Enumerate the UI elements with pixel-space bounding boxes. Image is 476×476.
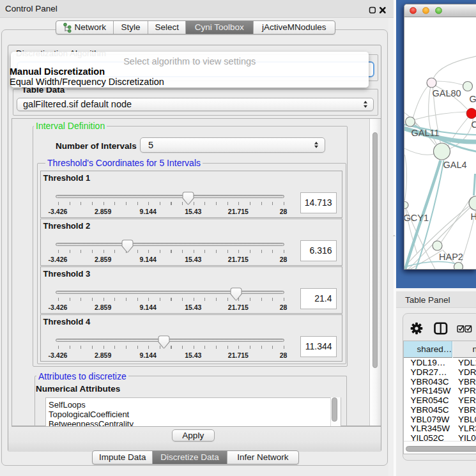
svg-text:H: H xyxy=(470,211,476,222)
svg-text:HAP2: HAP2 xyxy=(439,252,463,262)
svg-text:GAL11: GAL11 xyxy=(411,128,439,138)
svg-text:GAL4: GAL4 xyxy=(443,160,466,170)
svg-text:GCY1: GCY1 xyxy=(404,213,429,223)
svg-text:CY: CY xyxy=(471,119,476,130)
svg-text:GAL80: GAL80 xyxy=(432,88,461,98)
svg-text:GAL: GAL xyxy=(469,94,476,104)
